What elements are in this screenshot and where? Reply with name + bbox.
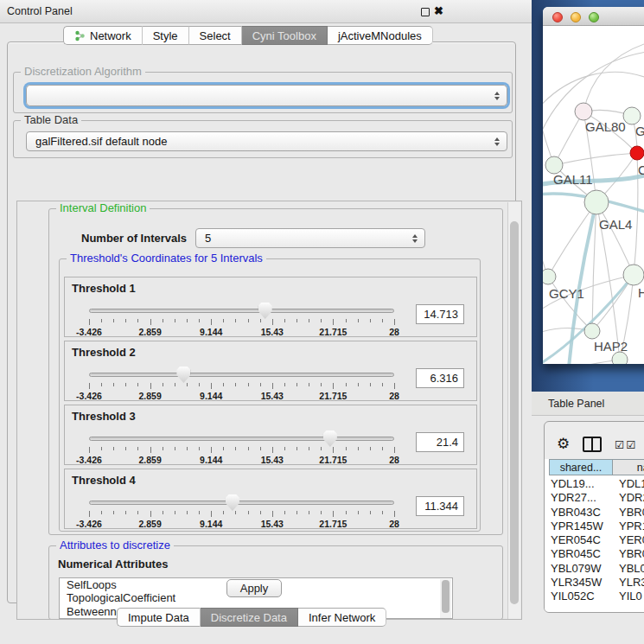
threshold-slider[interactable]: -3.4262.8599.14415.4321.71528 [89, 373, 394, 399]
combo-arrows-icon [412, 234, 418, 243]
table-row[interactable]: YBR045CYBR0 [549, 547, 644, 561]
slider-track[interactable] [89, 437, 394, 441]
tab-style[interactable]: Style [143, 26, 189, 45]
slider-ticks [89, 383, 394, 390]
slider-track[interactable] [89, 501, 394, 505]
table-data-value: galFiltered.sif default node [35, 135, 167, 148]
threshold-value-field[interactable]: 6.316 [416, 368, 464, 388]
algorithm-group: Discretization Algorithm [13, 72, 513, 113]
cell-name: YPR1 [613, 520, 644, 533]
threshold-panel-4: Threshold 4-3.4262.8599.14415.4321.71528… [64, 469, 477, 529]
threshold-value-field[interactable]: 14.713 [416, 304, 464, 324]
attributes-scrollbar[interactable] [440, 579, 451, 619]
cell-shared-name: YLR345W [549, 576, 613, 590]
close-icon[interactable]: ✖ [434, 4, 443, 17]
slider-track[interactable] [89, 373, 394, 377]
gear-icon[interactable]: ⚙ [557, 437, 570, 451]
network-node[interactable] [630, 146, 644, 160]
algorithm-combobox[interactable] [26, 85, 507, 106]
tab-jactivemnodules[interactable]: jActiveMNodules [328, 26, 433, 45]
table-row[interactable]: YDL19...YDL1 [549, 477, 644, 491]
slider-track[interactable] [89, 309, 394, 313]
threshold-slider[interactable]: -3.4262.8599.14415.4321.71528 [89, 309, 394, 335]
apply-button[interactable]: Apply [226, 579, 282, 597]
float-window-icon[interactable] [421, 8, 430, 16]
tab-discretize-data[interactable]: Discretize Data [201, 608, 298, 627]
threshold-value-field[interactable]: 21.4 [416, 432, 464, 452]
thresholds-group: Threshold's Coordinates for 5 Intervals … [59, 258, 481, 532]
settings-scroll-area: Interval Definition Number of Intervals … [16, 201, 522, 620]
tab-infer-network[interactable]: Infer Network [298, 608, 386, 627]
network-edge [548, 277, 592, 331]
table-row[interactable]: YIL052CYIL0 [549, 590, 644, 603]
tab-label: Network [90, 29, 131, 42]
window-minimize-icon[interactable] [571, 12, 581, 22]
network-node[interactable] [584, 323, 600, 339]
table-row[interactable]: YER054CYER0 [549, 533, 644, 547]
threshold-panel-1: Threshold 1-3.4262.8599.14415.4321.71528… [64, 277, 477, 337]
network-node-label: GAL4 [599, 217, 632, 232]
cell-shared-name: YBR045C [549, 547, 613, 561]
network-node[interactable] [612, 352, 628, 364]
table-row[interactable]: YBR043CYBR0 [549, 506, 644, 520]
select-columns-icon[interactable]: ☑☑ [615, 438, 637, 451]
window-zoom-icon[interactable] [589, 12, 599, 22]
cyni-mode-tabs: Impute DataDiscretize DataInfer Network [117, 608, 386, 627]
numerical-attributes-label: Numerical Attributes [58, 558, 168, 571]
network-node[interactable] [575, 103, 592, 120]
network-canvas[interactable]: GAL80GACGAL11GAL4GCY1HHAP2 [543, 26, 644, 364]
network-window-titlebar [543, 7, 644, 26]
split-panel-icon[interactable] [583, 437, 602, 452]
network-edge [554, 112, 583, 165]
settings-vertical-scrollbar[interactable] [507, 202, 520, 620]
threshold-value-field[interactable]: 11.344 [416, 496, 464, 516]
window-close-icon[interactable] [552, 12, 563, 22]
table-row[interactable]: YPR145WYPR1 [549, 520, 644, 533]
tab-select[interactable]: Select [189, 26, 242, 45]
table-data-group: Table Data galFiltered.sif default node [13, 120, 513, 158]
cell-shared-name: YPR145W [549, 520, 613, 533]
table-row[interactable]: YBL079WYBL0 [549, 562, 644, 576]
table-row[interactable]: YDR27...YDR2 [549, 491, 644, 505]
num-intervals-label: Number of Intervals [81, 232, 187, 245]
threshold-slider[interactable]: -3.4262.8599.14415.4321.71528 [89, 437, 394, 462]
slider-handle[interactable] [258, 303, 272, 319]
network-graph: GAL80GACGAL11GAL4GCY1HHAP2 [543, 26, 644, 364]
cell-shared-name: YER054C [549, 533, 613, 547]
network-node-label: GAL11 [553, 172, 593, 187]
network-node-label: GA [635, 124, 644, 138]
network-edge [554, 153, 637, 165]
network-node[interactable] [623, 265, 644, 285]
table-row[interactable]: YLR345WYLR3 [549, 576, 644, 590]
cell-shared-name: YDL19... [549, 477, 613, 491]
thresholds-title: Threshold's Coordinates for 5 Intervals [67, 252, 266, 265]
workspace-region: GAL80GACGAL11GAL4GCY1HHAP2 Table Panel ⚙… [532, 0, 644, 644]
num-intervals-combobox[interactable]: 5 [195, 228, 425, 248]
tab-cyni-toolbox[interactable]: Cyni Toolbox [242, 26, 328, 45]
slider-handle[interactable] [323, 430, 337, 447]
panel-title: Control Panel [7, 5, 73, 17]
column-header-shared-name[interactable]: shared... [549, 459, 613, 475]
network-node[interactable] [543, 269, 556, 284]
slider-tick-labels: -3.4262.8599.14415.4321.71528 [89, 519, 394, 529]
tab-impute-data[interactable]: Impute Data [117, 608, 201, 627]
slider-ticks [89, 319, 394, 326]
threshold-panel-3: Threshold 3-3.4262.8599.14415.4321.71528… [64, 405, 477, 465]
column-header-name[interactable]: name [613, 459, 644, 475]
cell-name: YBL0 [613, 562, 644, 576]
network-node[interactable] [545, 156, 563, 174]
slider-handle[interactable] [176, 367, 190, 383]
network-node-label: HAP2 [594, 339, 628, 354]
interval-definition-group: Interval Definition Number of Intervals … [48, 208, 503, 535]
slider-tick-labels: -3.4262.8599.14415.4321.71528 [89, 391, 394, 401]
tab-label: Cyni Toolbox [252, 29, 316, 42]
network-node-label: C [638, 163, 644, 177]
threshold-slider[interactable]: -3.4262.8599.14415.4321.71528 [89, 501, 394, 526]
network-node[interactable] [584, 190, 609, 214]
slider-handle[interactable] [226, 494, 239, 511]
table-data-combobox[interactable]: galFiltered.sif default node [26, 131, 507, 151]
control-panel-titlebar: Control Panel ✖ [0, 0, 532, 23]
network-node[interactable] [623, 107, 641, 124]
control-panel: Control Panel ✖ NetworkStyleSelectCyni T… [0, 0, 532, 644]
tab-network[interactable]: Network [63, 26, 143, 45]
